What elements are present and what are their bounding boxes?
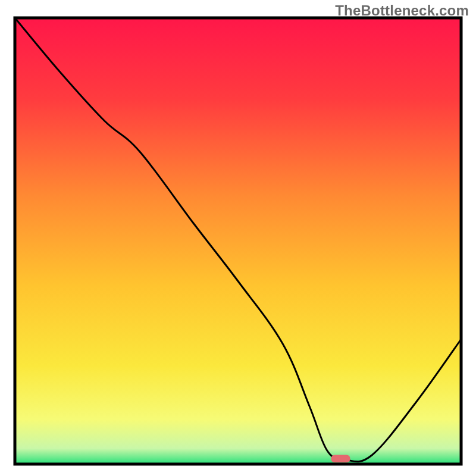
watermark-text: TheBottleneck.com [335, 2, 469, 19]
minimum-marker [331, 455, 350, 463]
bottleneck-chart [0, 0, 476, 476]
chart-frame: TheBottleneck.com [0, 0, 476, 476]
plot-background [15, 18, 461, 464]
